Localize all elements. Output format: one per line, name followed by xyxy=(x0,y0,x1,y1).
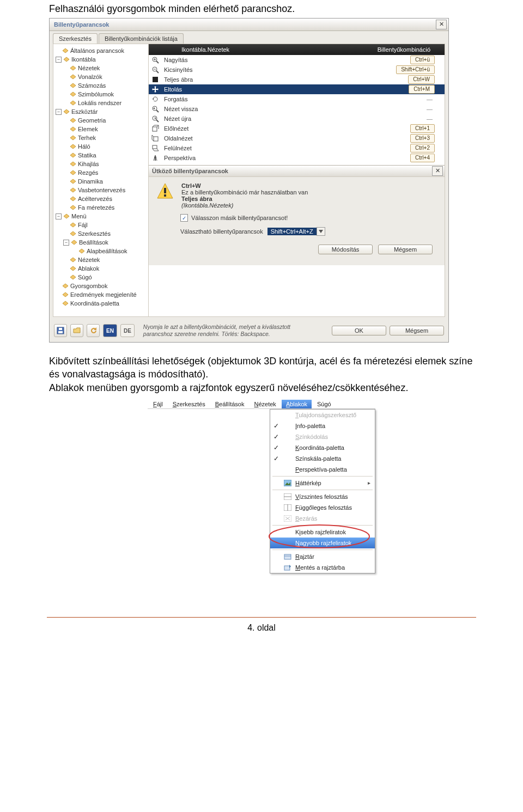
tree-item[interactable]: −Eszköztár xyxy=(54,107,148,116)
tree-item[interactable]: Kihajlás xyxy=(54,160,148,168)
tree-node-icon xyxy=(70,118,76,123)
modify-button[interactable]: Módosítás xyxy=(318,245,373,254)
ok-button[interactable]: OK xyxy=(332,326,386,335)
svg-rect-67 xyxy=(58,331,63,333)
lang-de-button[interactable]: DE xyxy=(120,324,135,337)
svg-marker-1 xyxy=(64,57,69,62)
tree-node-icon xyxy=(63,213,70,219)
tree-item[interactable]: Szerkesztés xyxy=(54,229,148,238)
svg-marker-11 xyxy=(70,144,76,149)
tree-node-icon xyxy=(63,109,70,114)
tree-node-icon xyxy=(62,48,69,53)
command-row[interactable]: Forgatás— xyxy=(149,94,445,104)
tree-item[interactable]: Gyorsgombok xyxy=(54,282,148,290)
tree-item[interactable]: Rezgés xyxy=(54,168,148,177)
mi-coord-palette[interactable]: ✓Koordináta-paletta xyxy=(270,442,375,453)
tree-item[interactable]: Számozás xyxy=(54,81,148,90)
reset-icon[interactable] xyxy=(87,324,100,337)
command-row[interactable]: FelülnézetCtrl+2 xyxy=(149,143,445,153)
zoom-in-icon xyxy=(149,56,162,64)
tree-node-icon xyxy=(70,152,76,158)
tree-item[interactable]: Fa méretezés xyxy=(54,203,148,212)
command-row[interactable]: EltolásCtrl+M xyxy=(149,84,445,94)
suggested-shortcut-combo[interactable]: Shift+Ctrl+Alt+Z xyxy=(267,227,325,236)
tree-item[interactable]: −Ikontábla xyxy=(54,55,148,64)
tab-shortcut-list[interactable]: Billentyűkombinációk listája xyxy=(99,33,184,44)
command-row[interactable]: KicsinyítésShift+Ctrl+ü xyxy=(149,65,445,75)
command-row[interactable]: PerspektívaCtrl+4 xyxy=(149,153,445,163)
svg-marker-20 xyxy=(70,223,76,227)
tree-item[interactable]: Vonalzók xyxy=(54,72,148,81)
tree-item[interactable]: Elemek xyxy=(54,125,148,133)
tree-node-icon xyxy=(70,91,76,97)
tree-item[interactable]: Nézetek xyxy=(54,64,148,72)
cancel-button[interactable]: Mégsem xyxy=(390,326,444,335)
command-row[interactable]: Teljes ábraCtrl+W xyxy=(149,75,445,84)
mi-color-scale[interactable]: ✓Színskála-paletta xyxy=(270,453,375,464)
svg-marker-22 xyxy=(71,240,77,245)
mi-drawing-library[interactable]: Rajztár xyxy=(270,551,375,562)
tree-item[interactable]: Terhek xyxy=(54,133,148,142)
close-window-icon xyxy=(283,515,292,522)
svg-marker-19 xyxy=(64,214,69,218)
mi-background[interactable]: Háttérkép▸ xyxy=(270,478,375,489)
tree-node-icon xyxy=(62,283,69,289)
open-icon[interactable] xyxy=(70,324,83,337)
command-row[interactable]: Nézet újra— xyxy=(149,114,445,124)
persp-icon xyxy=(149,154,162,162)
command-tree[interactable]: Általános parancsok−IkontáblaNézetekVona… xyxy=(53,44,149,316)
tree-item[interactable]: Acéltervezés xyxy=(54,194,148,203)
doc-heading-1: Felhasználói gyorsgombok minden elérhető… xyxy=(0,0,523,18)
cancel-button[interactable]: Mégsem xyxy=(378,245,433,254)
tree-item[interactable]: Általános parancsok xyxy=(54,46,148,55)
choose-other-checkbox[interactable]: ✓ xyxy=(180,214,188,222)
warning-icon xyxy=(156,182,174,200)
mi-info-palette[interactable]: ✓Info-paletta xyxy=(270,420,375,431)
mi-split-vertical[interactable]: Függőleges felosztás xyxy=(270,502,375,513)
tree-item[interactable]: Lokális rendszer xyxy=(54,99,148,107)
tree-item[interactable]: Fájl xyxy=(54,221,148,229)
svg-marker-4 xyxy=(70,83,76,88)
command-row[interactable]: OldalnézetCtrl+3 xyxy=(149,133,445,143)
menu-file[interactable]: Fájl xyxy=(149,400,167,408)
tree-item[interactable]: −Menü xyxy=(54,212,148,221)
mi-larger-labels[interactable]: Nagyobb rajzfeliratok xyxy=(270,538,375,548)
tab-edit[interactable]: Szerkesztés xyxy=(53,33,98,44)
mi-save-to-library[interactable]: Mentés a rajztárba xyxy=(270,562,375,573)
menu-views[interactable]: Nézetek xyxy=(250,400,281,408)
close-icon[interactable]: ✕ xyxy=(432,166,443,176)
command-row[interactable]: Nézet vissza— xyxy=(149,104,445,114)
conflict-command: Teljes ábra xyxy=(181,196,308,202)
svg-marker-41 xyxy=(153,107,155,109)
tree-item[interactable]: Ablakok xyxy=(54,264,148,273)
command-row[interactable]: NagyításCtrl+ü xyxy=(149,55,445,65)
tree-item[interactable]: Vasbetontervezés xyxy=(54,186,148,194)
tree-item[interactable]: Szimbólumok xyxy=(54,90,148,99)
tree-item[interactable]: Eredmények megjeleníté xyxy=(54,290,148,299)
tree-item[interactable]: Statika xyxy=(54,151,148,160)
tree-item[interactable]: Koordináta-paletta xyxy=(54,299,148,308)
lang-en-button[interactable]: EN xyxy=(103,324,117,337)
tree-item[interactable]: Dinamika xyxy=(54,177,148,186)
tree-item[interactable]: Nézetek xyxy=(54,255,148,264)
menu-windows[interactable]: Ablakok xyxy=(282,400,312,408)
menu-settings[interactable]: Beállítások xyxy=(211,400,249,408)
close-icon[interactable]: ✕ xyxy=(436,20,447,29)
mi-perspective-palette[interactable]: Perspektíva-paletta xyxy=(270,464,375,475)
tree-item[interactable]: Súgó xyxy=(54,273,148,282)
tree-node-icon xyxy=(70,187,76,193)
menu-edit[interactable]: Szerkesztés xyxy=(168,400,210,408)
save-icon[interactable] xyxy=(54,324,67,337)
svg-rect-37 xyxy=(153,77,158,82)
menu-help[interactable]: Súgó xyxy=(313,400,336,408)
tree-item[interactable]: Alapbeállítások xyxy=(54,247,148,255)
mi-smaller-labels[interactable]: Kisebb rajzfeliratok xyxy=(270,527,375,538)
tree-node-icon xyxy=(70,274,76,280)
svg-line-40 xyxy=(156,110,159,112)
command-row[interactable]: ElőlnézetCtrl+1 xyxy=(149,124,445,133)
tree-item[interactable]: −Beállítások xyxy=(54,238,148,247)
tree-item[interactable]: Geometria xyxy=(54,116,148,125)
tree-node-icon xyxy=(70,196,76,202)
tree-item[interactable]: Háló xyxy=(54,142,148,151)
mi-split-horizontal[interactable]: Vízszintes felosztás xyxy=(270,491,375,502)
